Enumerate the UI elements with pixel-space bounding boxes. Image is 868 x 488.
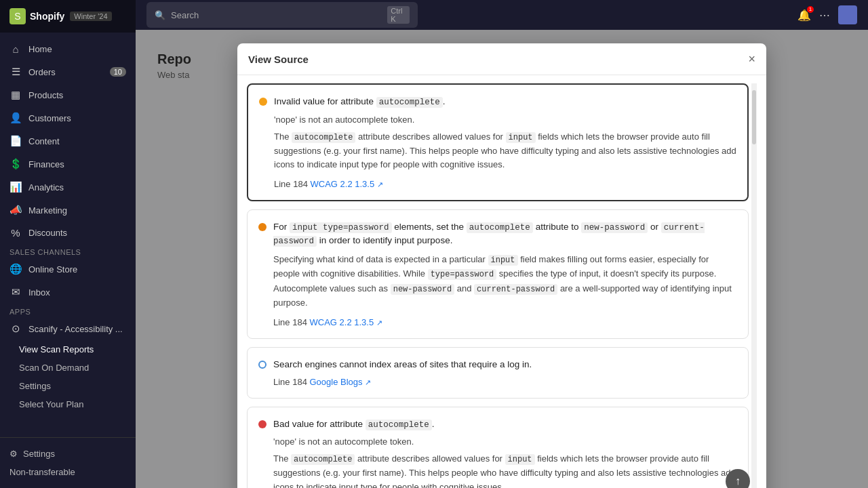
sidebar-item-label: Orders: [28, 67, 56, 77]
issue-footer-3: Line 184 Google Blogs ↗: [258, 377, 737, 387]
sidebar-item-marketing[interactable]: 📣 Marketing: [0, 199, 136, 222]
products-icon: ▦: [9, 89, 22, 101]
issue-header-3: Search engines cannot index areas of sit…: [258, 359, 737, 371]
issue-header-1: Invalid value for attribute autocomplete…: [259, 96, 736, 109]
sidebar-item-content[interactable]: 📄 Content: [0, 129, 136, 152]
issue-title-3: Search engines cannot index areas of sit…: [273, 359, 532, 371]
sidebar-item-scanify[interactable]: ⊙ Scanify - Accessibility ...: [0, 317, 136, 340]
sidebar: S Shopify Winter '24 ⌂ Home ☰ Orders 10 …: [0, 0, 136, 488]
shopify-badge: Winter '24: [70, 12, 111, 21]
modal-scrollbar[interactable]: [751, 83, 757, 488]
sidebar-item-label: Inbox: [28, 287, 50, 298]
sidebar-header: S Shopify Winter '24: [0, 0, 136, 33]
sidebar-nav: ⌂ Home ☰ Orders 10 ▦ Products 👤 Customer…: [0, 33, 136, 437]
sidebar-item-online-store[interactable]: 🌐 Online Store: [0, 258, 136, 281]
issue-card-3: Search engines cannot index areas of sit…: [247, 347, 749, 399]
marketing-icon: 📣: [9, 204, 22, 216]
issue-quote-1: 'nope' is not an autocomplete token.: [259, 115, 736, 125]
issue-card-2: For input type=password elements, set th…: [247, 209, 749, 338]
scanify-icon: ⊙: [9, 323, 22, 335]
sidebar-item-orders[interactable]: ☰ Orders 10: [0, 60, 136, 83]
view-source-modal: View Source × Invalid value for attribut…: [237, 43, 766, 488]
issue-severity-dot-4: [258, 420, 267, 428]
sidebar-item-customers[interactable]: 👤 Customers: [0, 106, 136, 129]
settings-footer-label: Settings: [23, 449, 55, 459]
topbar-actions: 🔔 1 ⋯: [797, 5, 857, 24]
issue-card-1: Invalid value for attribute autocomplete…: [247, 83, 749, 201]
sidebar-item-finances[interactable]: 💲 Finances: [0, 152, 136, 176]
settings-footer-icon: ⚙: [9, 449, 18, 459]
topbar-menu-icon[interactable]: ⋯: [819, 9, 830, 22]
modal-header: View Source ×: [237, 43, 766, 75]
sidebar-item-label: Products: [28, 90, 63, 100]
sidebar-sub-item-view-scan-reports[interactable]: View Scan Reports: [0, 340, 136, 359]
modal-close-button[interactable]: ×: [748, 53, 755, 65]
wcag-link-2[interactable]: WCAG 2.2 1.3.5: [310, 317, 374, 327]
sidebar-sub-item-scan-on-demand[interactable]: Scan On Demand: [0, 359, 136, 377]
sidebar-item-inbox[interactable]: ✉ Inbox: [0, 281, 136, 304]
sidebar-footer-settings[interactable]: ⚙ Settings: [9, 445, 126, 463]
user-avatar[interactable]: [838, 5, 857, 24]
inbox-icon: ✉: [9, 286, 22, 298]
issue-card-4: Bad value for attribute autocomplete. 'n…: [247, 407, 749, 488]
sidebar-item-label: Scanify - Accessibility ...: [28, 324, 123, 334]
modal-title: View Source: [248, 54, 309, 65]
sales-channels-section: Sales channels: [0, 244, 136, 258]
main-area: 🔍 Ctrl K 🔔 1 ⋯ Repo Web sta: [136, 0, 868, 488]
scroll-top-icon: ↑: [735, 475, 741, 487]
non-transferable-label: Non-transferable: [9, 467, 75, 477]
issue-body-1: The autocomplete attribute describes all…: [259, 130, 736, 173]
issue-header-4: Bad value for attribute autocomplete.: [258, 418, 737, 432]
view-scan-reports-label: View Scan Reports: [19, 344, 94, 354]
issue-footer-1: Line 184 WCAG 2.2 1.3.5 ↗: [259, 179, 736, 189]
online-store-icon: 🌐: [9, 263, 22, 275]
sidebar-item-label: Discounts: [28, 228, 67, 238]
search-input[interactable]: [171, 10, 382, 20]
modal-overlay[interactable]: View Source × Invalid value for attribut…: [136, 30, 868, 488]
orders-badge: 10: [110, 67, 126, 77]
issue-title-1: Invalid value for attribute autocomplete…: [274, 96, 446, 109]
shopify-logo-icon: S: [9, 8, 26, 24]
sidebar-item-discounts[interactable]: % Discounts: [0, 222, 136, 244]
sidebar-item-home[interactable]: ⌂ Home: [0, 38, 136, 60]
notification-badge: 1: [807, 6, 814, 13]
shopify-logo-text: Shopify: [30, 11, 64, 22]
page-content: Repo Web sta View Source ×: [136, 30, 868, 488]
sidebar-item-products[interactable]: ▦ Products: [0, 83, 136, 106]
search-icon: 🔍: [155, 10, 165, 20]
topbar: 🔍 Ctrl K 🔔 1 ⋯: [136, 0, 868, 30]
sidebar-item-label: Analytics: [28, 182, 64, 192]
apps-section: Apps: [0, 304, 136, 317]
settings-label: Settings: [19, 381, 51, 391]
sidebar-item-label: Marketing: [28, 205, 67, 216]
external-link-icon-1: ↗: [377, 180, 383, 188]
external-link-icon-2: ↗: [376, 319, 382, 327]
notification-bell[interactable]: 🔔 1: [797, 9, 811, 22]
sidebar-sub-item-settings[interactable]: Settings: [0, 377, 136, 395]
sidebar-item-label: Content: [28, 136, 60, 146]
content-icon: 📄: [9, 135, 22, 147]
issue-title-4: Bad value for attribute autocomplete.: [273, 418, 435, 432]
scan-on-demand-label: Scan On Demand: [19, 363, 89, 373]
sidebar-item-analytics[interactable]: 📊 Analytics: [0, 176, 136, 199]
issue-title-2: For input type=password elements, set th…: [273, 221, 737, 247]
sidebar-footer-non-transferable[interactable]: Non-transferable: [9, 463, 126, 481]
select-your-plan-label: Select Your Plan: [19, 399, 83, 409]
issue-severity-dot-3: [258, 361, 267, 369]
analytics-icon: 📊: [9, 181, 22, 193]
scroll-to-top-button[interactable]: ↑: [726, 469, 750, 488]
external-link-icon-3: ↗: [365, 378, 371, 386]
issue-severity-dot-2: [258, 223, 267, 231]
wcag-link-1[interactable]: WCAG 2.2 1.3.5: [311, 179, 375, 189]
search-bar[interactable]: 🔍 Ctrl K: [146, 2, 418, 28]
issue-footer-2: Line 184 WCAG 2.2 1.3.5 ↗: [258, 317, 737, 327]
discounts-icon: %: [9, 227, 22, 239]
modal-body: Invalid value for attribute autocomplete…: [237, 75, 766, 488]
google-blogs-link[interactable]: Google Blogs: [310, 377, 363, 387]
home-icon: ⌂: [9, 43, 22, 55]
search-shortcut: Ctrl K: [387, 6, 410, 24]
modal-content: Invalid value for attribute autocomplete…: [247, 83, 751, 488]
sidebar-sub-item-select-your-plan[interactable]: Select Your Plan: [0, 395, 136, 413]
sidebar-footer: ⚙ Settings Non-transferable: [0, 437, 136, 488]
modal-scrollbar-thumb: [752, 90, 756, 144]
